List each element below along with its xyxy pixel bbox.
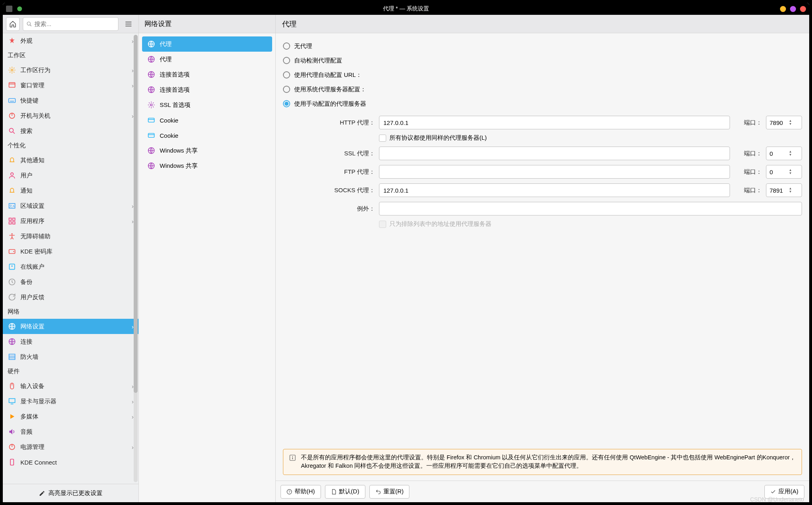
sidebar-item[interactable]: 用户 [3,168,138,183]
subcategory-panel: 网络设置 代理代理连接首选项连接首选项SSL 首选项CookieCookieWi… [139,15,276,502]
subcategory-item-label: Windows 共享 [160,147,198,155]
apps-icon [8,217,16,225]
sidebar-scrollbar[interactable] [134,35,138,482]
sidebar-item[interactable]: 音频 [3,424,138,439]
ftp-proxy-input[interactable] [379,165,730,179]
titlebar[interactable]: 代理 * — 系统设置 [3,3,809,15]
subcategory-item[interactable]: 代理 [142,52,272,67]
radio-auto-detect[interactable]: 自动检测代理配置 [283,53,802,68]
svg-rect-15 [13,218,15,221]
sidebar-item[interactable]: 通知 [3,183,138,198]
subcategory-item[interactable]: Cookie [142,128,272,143]
ssl-proxy-input[interactable] [379,147,730,160]
help-button[interactable]: ? 帮助(H) [281,485,321,499]
sidebar-item[interactable]: 应用程序› [3,213,138,229]
sidebar-item[interactable]: 显卡与显示器› [3,394,138,409]
sidebar-item[interactable]: 电源管理› [3,439,138,455]
sidebar-item[interactable]: 连接 [3,334,138,349]
exceptions-label: 例外： [283,205,375,213]
subcategory-item-label: 连接首选项 [160,86,190,94]
http-port-spinner[interactable]: ▲▼ [766,116,802,129]
ssl-port-input[interactable] [766,150,789,157]
sidebar-item[interactable]: 网络设置› [3,319,138,334]
svg-point-0 [27,22,30,25]
subcategory-list[interactable]: 代理代理连接首选项连接首选项SSL 首选项CookieCookieWindows… [139,33,275,177]
radio-system-proxy[interactable]: 使用系统代理服务器配置： [283,82,802,97]
ssl-port-spinner[interactable]: ▲▼ [766,147,802,160]
sidebar-item[interactable]: 其他通知 [3,153,138,168]
svg-rect-17 [13,222,15,224]
radio-no-proxy[interactable]: 无代理 [283,39,802,53]
ssl-port-label: 端口： [734,150,762,157]
exceptions-input[interactable] [379,202,802,215]
minimize-button[interactable] [780,6,786,12]
sidebar-item[interactable]: 用户反馈 [3,290,138,305]
menu-button[interactable] [122,17,135,31]
sidebar-item-label: 显卡与显示器 [20,398,56,405]
sidebar-item[interactable]: 搜索 [3,123,138,139]
subcategory-item[interactable]: 连接首选项 [142,82,272,97]
sidebar-item[interactable]: 工作区行为› [3,62,138,78]
ftp-port-spinner[interactable]: ▲▼ [766,165,802,179]
sidebar-item[interactable]: 输入设备› [3,378,138,394]
spinner-arrows-icon[interactable]: ▲▼ [789,168,796,176]
firewall-icon [8,352,16,361]
http-port-input[interactable] [766,119,789,126]
sidebar-item[interactable]: KDE Connect [3,455,138,470]
search-input[interactable] [34,20,115,27]
http-proxy-input[interactable] [379,116,730,129]
subcategory-item[interactable]: SSL 首选项 [142,97,272,113]
sidebar-item[interactable]: 外观› [3,33,138,48]
sidebar-list[interactable]: 外观›工作区工作区行为›窗口管理›快捷键开机与关机›搜索个性化其他通知用户通知文… [3,33,138,484]
globe-icon [8,322,16,331]
svg-rect-36 [10,459,14,465]
sidebar-item[interactable]: KDE 密码库 [3,244,138,259]
online-icon [8,262,16,271]
highlight-changes-button[interactable]: 高亮显示已更改设置 [3,484,138,502]
close-button[interactable] [800,6,806,12]
sidebar-item[interactable]: 多媒体› [3,409,138,424]
category-header: 网络 [3,305,138,319]
locale-icon: 文A [8,201,16,210]
home-button[interactable] [6,17,20,31]
search-icon [8,127,16,135]
subcategory-item[interactable]: 代理 [142,36,272,52]
maximize-button[interactable] [790,6,796,12]
keyboard-icon [8,96,16,105]
cookie-icon [147,131,156,140]
spinner-arrows-icon[interactable]: ▲▼ [789,119,796,127]
socks-proxy-input[interactable] [379,183,730,197]
subcategory-item-label: Windows 共享 [160,162,198,170]
subcategory-item[interactable]: 连接首选项 [142,67,272,82]
main-panel: 代理 无代理 自动检测代理配置 使用代理自动配置 URL： 使用系统代理服务器配… [276,15,809,502]
spinner-arrows-icon[interactable]: ▲▼ [789,149,796,157]
sidebar-item[interactable]: 文A区域设置› [3,198,138,213]
sidebar-item[interactable]: 在线账户 [3,259,138,274]
scrollbar-thumb[interactable] [134,35,138,393]
use-same-proxy-checkbox-row[interactable]: 所有协议都使用同样的代理服务器(L) [379,134,802,142]
reset-button[interactable]: 重置(R) [369,485,410,499]
radio-manual-proxy[interactable]: 使用手动配置的代理服务器 [283,97,802,111]
power-icon [8,443,16,451]
sidebar-item[interactable]: 防火墙 [3,349,138,364]
socks-port-spinner[interactable]: ▲▼ [766,183,802,197]
sidebar-item[interactable]: 开机与关机› [3,108,138,123]
subcategory-item[interactable]: Windows 共享 [142,143,272,158]
sidebar-item[interactable]: 窗口管理› [3,78,138,93]
gear-icon [8,66,16,74]
subcategory-item[interactable]: Cookie [142,113,272,128]
radio-pac-url[interactable]: 使用代理自动配置 URL： [283,68,802,82]
ftp-port-input[interactable] [766,169,789,175]
svg-point-11 [11,173,14,175]
checkbox-icon[interactable] [379,135,386,142]
defaults-button[interactable]: 默认(D) [325,485,365,499]
spinner-arrows-icon[interactable]: ▲▼ [789,186,796,194]
info-banner: 不是所有的应用程序都会使用这里的代理设置。特别是 Firefox 和 Chrom… [283,449,802,475]
sidebar-item[interactable]: 快捷键 [3,93,138,108]
subcategory-item[interactable]: Windows 共享 [142,158,272,173]
search-icon [26,21,32,27]
sidebar-item[interactable]: 无障碍辅助 [3,229,138,244]
socks-port-input[interactable] [766,187,789,194]
search-field[interactable] [23,17,118,31]
sidebar-item[interactable]: 备份 [3,274,138,290]
